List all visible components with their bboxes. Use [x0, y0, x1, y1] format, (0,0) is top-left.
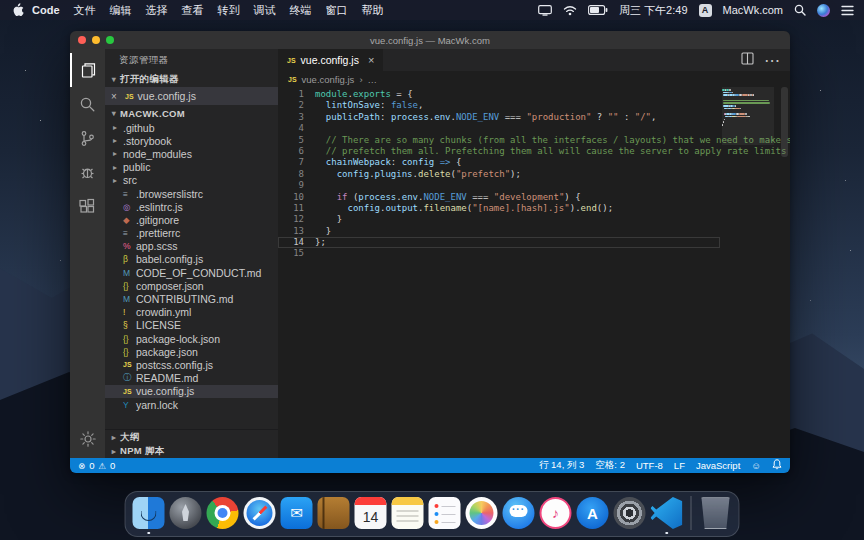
menubar-menu[interactable]: 文件 [74, 4, 96, 16]
more-actions-icon[interactable]: ⋯ [764, 51, 780, 70]
tree-item-label: postcss.config.js [136, 359, 213, 371]
activity-source-control-icon[interactable] [70, 121, 105, 155]
language-mode[interactable]: JavaScript [696, 460, 740, 471]
tree-file-CONTRIBUTING.md[interactable]: MCONTRIBUTING.md [105, 292, 278, 305]
menubar-menu[interactable]: 查看 [182, 4, 204, 16]
tree-file-postcss.config.js[interactable]: JSpostcss.config.js [105, 358, 278, 371]
menubar-clock[interactable]: 周三 下午2:49 [619, 3, 687, 18]
tree-file-yarn.lock[interactable]: Yyarn.lock [105, 398, 278, 411]
menubar-app-name[interactable]: Code [32, 4, 60, 16]
code-token: (); [597, 203, 613, 214]
tree-file-.gitignore[interactable]: ◆.gitignore [105, 213, 278, 226]
activity-search-icon[interactable] [70, 87, 105, 121]
input-method-icon[interactable]: A [699, 4, 712, 17]
apple-menu-icon[interactable] [12, 3, 24, 17]
menubar-menu[interactable]: 编辑 [110, 4, 132, 16]
menubar-menu[interactable]: 转到 [218, 4, 240, 16]
warnings-count[interactable]: 0 [110, 460, 115, 471]
split-editor-icon[interactable] [741, 51, 754, 69]
tree-file-README.md[interactable]: ⓘREADME.md [105, 372, 278, 385]
tree-file-.eslintrc.js[interactable]: ◎.eslintrc.js [105, 200, 278, 213]
tree-file-.browserslistrc[interactable]: ≡.browserslistrc [105, 187, 278, 200]
cursor-position[interactable]: 行 14, 列 3 [539, 459, 584, 472]
notifications-bell-icon[interactable] [772, 459, 782, 472]
display-icon[interactable] [538, 5, 552, 16]
menubar-menu[interactable]: 窗口 [326, 4, 348, 16]
tree-file-app.scss[interactable]: %app.scss [105, 240, 278, 253]
menubar-menu[interactable]: 终端 [290, 4, 312, 16]
code-line: 13 } [278, 226, 720, 237]
tree-folder-.storybook[interactable]: ▸.storybook [105, 134, 278, 147]
tree-file-babel.config.js[interactable]: βbabel.config.js [105, 253, 278, 266]
dock-item-safari[interactable] [244, 497, 276, 529]
activity-extensions-icon[interactable] [70, 189, 105, 223]
dock-item-finder[interactable] [133, 497, 165, 529]
editor-scrollbar[interactable] [781, 87, 788, 157]
tree-file-package.json[interactable]: {}package.json [105, 345, 278, 358]
dock-item-mail[interactable]: ✉ [281, 497, 313, 529]
tree-file-package-lock.json[interactable]: {}package-lock.json [105, 332, 278, 345]
warnings-icon[interactable]: ⚠ [98, 461, 106, 471]
dock-item-vscode[interactable] [651, 497, 683, 529]
close-icon[interactable]: × [111, 91, 121, 102]
menubar-menu[interactable]: 调试 [254, 4, 276, 16]
siri-icon[interactable] [817, 4, 830, 17]
close-tab-icon[interactable]: × [368, 54, 374, 66]
activity-debug-icon[interactable] [70, 155, 105, 189]
breadcrumb[interactable]: JS vue.config.js › … [278, 71, 790, 87]
eslint-icon: ◎ [123, 202, 136, 212]
tree-file-composer.json[interactable]: {}composer.json [105, 279, 278, 292]
minimap[interactable] [722, 89, 774, 129]
notification-center-icon[interactable] [841, 5, 854, 16]
menubar-status-label[interactable]: MacWk.com [723, 4, 784, 16]
dock-item-reminders[interactable] [429, 497, 461, 529]
errors-count[interactable]: 0 [89, 460, 94, 471]
tree-folder-.github[interactable]: ▸.github [105, 121, 278, 134]
code-token: config [315, 169, 369, 180]
manage-gear-icon[interactable] [79, 430, 97, 452]
project-root-section[interactable]: ▾ MACWK.COM [105, 105, 278, 121]
dock-item-trash[interactable] [700, 497, 732, 529]
indentation[interactable]: 空格: 2 [595, 459, 625, 472]
wifi-icon[interactable] [563, 5, 577, 16]
tree-file-crowdin.yml[interactable]: !crowdin.yml [105, 306, 278, 319]
vscode-window: vue.config.js — MacWk.com 资源管理器 ▾ 打开的编辑器… [70, 31, 790, 473]
tree-folder-public[interactable]: ▸public [105, 161, 278, 174]
dock-item-app-store[interactable]: A [577, 497, 609, 529]
dock-item-system-preferences[interactable] [614, 497, 646, 529]
tree-file-.prettierrc[interactable]: ≡.prettierrc [105, 227, 278, 240]
activity-explorer-icon[interactable] [70, 53, 105, 87]
dock-item-launchpad[interactable] [170, 497, 202, 529]
minimap-line [722, 124, 774, 126]
dock-item-calendar[interactable]: 14 [355, 497, 387, 529]
tree-item-label: CONTRIBUTING.md [136, 293, 233, 305]
tree-file-LICENSE[interactable]: §LICENSE [105, 319, 278, 332]
battery-icon[interactable] [588, 5, 608, 15]
eol-sequence[interactable]: LF [674, 460, 685, 471]
feedback-smiley-icon[interactable]: ☺ [751, 460, 761, 471]
tab-vue-config-js[interactable]: JS vue.config.js × [278, 49, 383, 71]
encoding[interactable]: UTF-8 [636, 460, 663, 471]
dock-item-photos[interactable] [466, 497, 498, 529]
dock-item-contacts[interactable] [318, 497, 350, 529]
errors-icon[interactable]: ⊗ [78, 461, 85, 471]
dock-item-chrome[interactable] [207, 497, 239, 529]
open-editor-item[interactable]: × JS vue.config.js [105, 87, 278, 105]
tree-folder-src[interactable]: ▸src [105, 174, 278, 187]
sidebar-section-NPM 脚本[interactable]: ▸NPM 脚本 [105, 444, 278, 458]
menubar-menu[interactable]: 帮助 [362, 4, 384, 16]
dock-item-messages[interactable] [503, 497, 535, 529]
menubar-menu[interactable]: 选择 [146, 4, 168, 16]
search-icon[interactable] [794, 4, 806, 16]
dock-item-itunes[interactable]: ♪ [540, 497, 572, 529]
code-editor[interactable]: 1module.exports = {2 lintOnSave: false,3… [278, 87, 790, 458]
dock-item-notes[interactable] [392, 497, 424, 529]
tree-file-CODE_OF_CONDUCT.md[interactable]: MCODE_OF_CONDUCT.md [105, 266, 278, 279]
window-titlebar[interactable]: vue.config.js — MacWk.com [70, 31, 790, 49]
open-editors-section[interactable]: ▾ 打开的编辑器 [105, 71, 278, 87]
minimap-line [722, 89, 774, 91]
tree-file-vue.config.js[interactable]: JSvue.config.js [105, 385, 278, 398]
js-file-icon: JS [125, 93, 134, 100]
sidebar-section-大纲[interactable]: ▸大纲 [105, 430, 278, 444]
tree-folder-node_modules[interactable]: ▸node_modules [105, 147, 278, 160]
